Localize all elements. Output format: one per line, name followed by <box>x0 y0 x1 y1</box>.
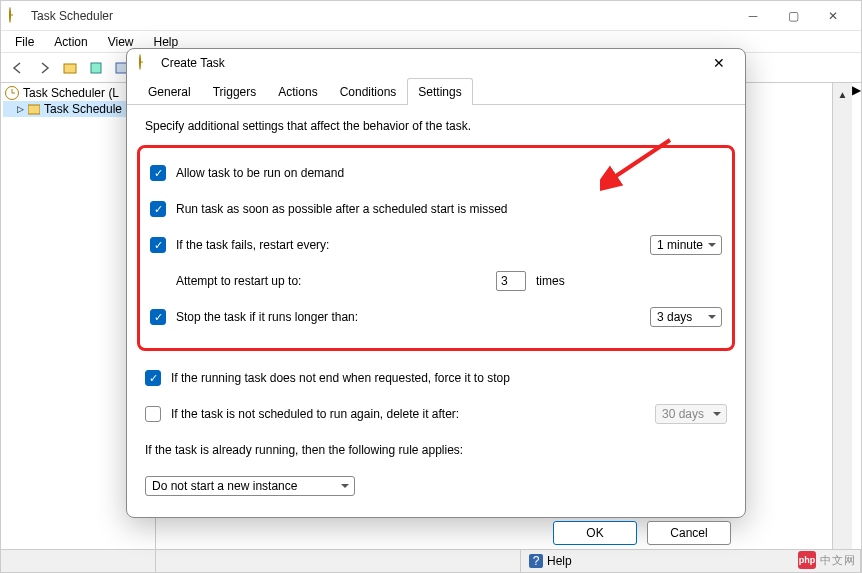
tree-library-label: Task Schedule <box>44 102 122 116</box>
settings-subtitle: Specify additional settings that affect … <box>145 119 727 133</box>
checkbox-stop-long[interactable] <box>150 309 166 325</box>
option-restart-fail: If the task fails, restart every: 1 minu… <box>150 230 722 260</box>
dialog-icon <box>139 55 155 71</box>
dialog-footer: OK Cancel <box>127 521 745 545</box>
ok-button[interactable]: OK <box>553 521 637 545</box>
maximize-button[interactable]: ▢ <box>773 2 813 30</box>
svg-text:?: ? <box>533 554 540 568</box>
tab-settings[interactable]: Settings <box>407 78 472 105</box>
status-help-label: Help <box>547 554 572 568</box>
clock-icon <box>5 86 19 100</box>
status-bar: ? Help <box>1 549 861 572</box>
scroll-up-icon[interactable]: ▲ <box>838 89 848 100</box>
option-delete-after: If the task is not scheduled to run agai… <box>145 399 727 429</box>
cancel-button[interactable]: Cancel <box>647 521 731 545</box>
tree-root-label: Task Scheduler (L <box>23 86 119 100</box>
window-title: Task Scheduler <box>31 9 733 23</box>
label-stop-long: Stop the task if it runs longer than: <box>176 310 640 324</box>
tab-general[interactable]: General <box>137 78 202 105</box>
checkbox-force-stop[interactable] <box>145 370 161 386</box>
tab-triggers[interactable]: Triggers <box>202 78 268 105</box>
input-restart-count[interactable] <box>496 271 526 291</box>
svg-rect-3 <box>28 105 40 114</box>
option-run-asap: Run task as soon as possible after a sch… <box>150 194 722 224</box>
actions-panel-collapsed: ▲ ▲ <box>832 83 852 572</box>
select-restart-interval[interactable]: 1 minute <box>650 235 722 255</box>
dialog-tabs: General Triggers Actions Conditions Sett… <box>127 77 745 105</box>
properties-button[interactable] <box>85 57 107 79</box>
checkbox-restart-fail[interactable] <box>150 237 166 253</box>
checkbox-delete-after[interactable] <box>145 406 161 422</box>
tab-content: Specify additional settings that affect … <box>127 105 745 521</box>
tab-conditions[interactable]: Conditions <box>329 78 408 105</box>
title-bar: Task Scheduler ─ ▢ ✕ <box>1 1 861 31</box>
checkbox-run-asap[interactable] <box>150 201 166 217</box>
watermark-logo: php <box>798 551 816 569</box>
checkbox-allow-on-demand[interactable] <box>150 165 166 181</box>
menu-action[interactable]: Action <box>44 33 97 51</box>
expand-icon[interactable]: ▷ <box>17 104 24 114</box>
svg-rect-0 <box>64 64 76 73</box>
label-delete-after: If the task is not scheduled to run agai… <box>171 407 645 421</box>
label-allow-on-demand: Allow task to be run on demand <box>176 166 722 180</box>
watermark: php 中文网 <box>798 551 856 569</box>
help-icon: ? <box>529 554 543 568</box>
select-delete-duration: 30 days <box>655 404 727 424</box>
label-restart-suffix: times <box>536 274 565 288</box>
rule-text-row: If the task is already running, then the… <box>145 435 727 465</box>
select-rule[interactable]: Do not start a new instance <box>145 476 355 496</box>
back-button[interactable] <box>7 57 29 79</box>
close-button[interactable]: ✕ <box>813 2 853 30</box>
app-icon <box>9 8 25 24</box>
label-restart-count: Attempt to restart up to: <box>176 274 486 288</box>
create-task-dialog: Create Task ✕ General Triggers Actions C… <box>126 48 746 518</box>
option-restart-count: Attempt to restart up to: times <box>150 266 722 296</box>
label-restart-fail: If the task fails, restart every: <box>176 238 640 252</box>
svg-rect-1 <box>91 63 101 73</box>
highlight-annotation: Allow task to be run on demand Run task … <box>137 145 735 351</box>
rule-select-row: Do not start a new instance <box>145 471 727 501</box>
select-stop-duration[interactable]: 3 days <box>650 307 722 327</box>
expand-arrow-icon[interactable]: ▶ <box>852 83 861 572</box>
watermark-text: 中文网 <box>820 553 856 568</box>
status-cell-1 <box>1 550 156 572</box>
option-force-stop: If the running task does not end when re… <box>145 363 727 393</box>
status-cell-2 <box>156 550 521 572</box>
window-controls: ─ ▢ ✕ <box>733 2 853 30</box>
tab-actions[interactable]: Actions <box>267 78 328 105</box>
folder-button[interactable] <box>59 57 81 79</box>
forward-button[interactable] <box>33 57 55 79</box>
dialog-title-bar: Create Task ✕ <box>127 49 745 77</box>
option-stop-long: Stop the task if it runs longer than: 3 … <box>150 302 722 332</box>
option-allow-on-demand: Allow task to be run on demand <box>150 158 722 188</box>
label-force-stop: If the running task does not end when re… <box>171 371 727 385</box>
dialog-close-button[interactable]: ✕ <box>705 49 733 77</box>
folder-icon <box>28 103 40 115</box>
minimize-button[interactable]: ─ <box>733 2 773 30</box>
label-run-asap: Run task as soon as possible after a sch… <box>176 202 722 216</box>
dialog-title: Create Task <box>161 56 705 70</box>
menu-file[interactable]: File <box>5 33 44 51</box>
label-rule: If the task is already running, then the… <box>145 443 463 457</box>
